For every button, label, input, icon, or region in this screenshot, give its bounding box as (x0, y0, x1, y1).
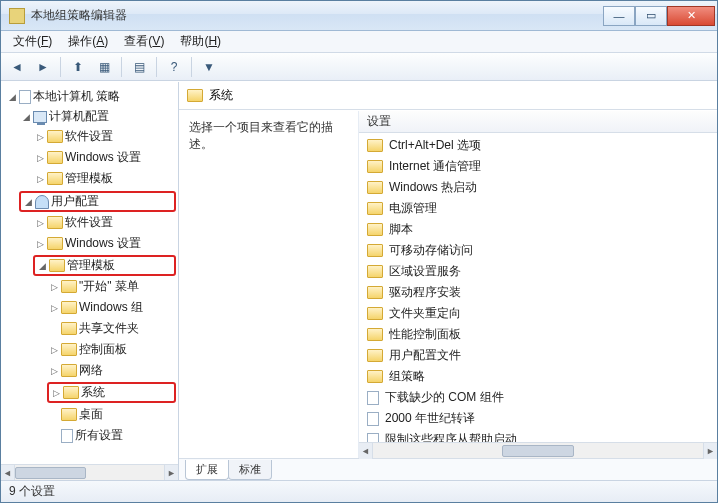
scroll-left-arrow[interactable]: ◄ (1, 465, 15, 480)
list-item-label: 2000 年世纪转译 (385, 410, 475, 427)
list-item[interactable]: Windows 热启动 (363, 177, 713, 198)
menu-view[interactable]: 查看(V) (116, 31, 172, 52)
toolbar-separator (121, 57, 122, 77)
expand-icon[interactable]: ▷ (35, 218, 45, 228)
list-item[interactable]: 性能控制面板 (363, 324, 713, 345)
expand-icon[interactable]: ▷ (51, 388, 61, 398)
folder-icon (47, 151, 63, 164)
scroll-right-arrow[interactable]: ► (703, 443, 717, 459)
maximize-button[interactable]: ▭ (635, 6, 667, 26)
collapse-icon[interactable]: ◢ (21, 112, 31, 122)
expand-icon[interactable]: ▷ (49, 345, 59, 355)
tree-item[interactable]: ▷Windows 设置 (33, 234, 176, 253)
tree-pane[interactable]: ◢ 本地计算机 策略 ◢ 计算机配置 (1, 82, 179, 480)
column-header-label: 设置 (367, 113, 391, 130)
collapse-icon[interactable]: ◢ (23, 197, 33, 207)
tree-item[interactable]: 共享文件夹 (47, 319, 176, 338)
folder-icon (49, 259, 65, 272)
tree-root[interactable]: ◢ 本地计算机 策略 (5, 87, 176, 106)
content-header: 系统 (179, 82, 717, 110)
toolbar: ◄ ► ⬆ ▦ ▤ ? ▼ (1, 53, 717, 81)
settings-list[interactable]: Ctrl+Alt+Del 选项Internet 通信管理Windows 热启动电… (359, 133, 717, 442)
expand-icon[interactable]: ▷ (35, 239, 45, 249)
list-item-label: 文件夹重定向 (389, 305, 461, 322)
minimize-button[interactable]: — (603, 6, 635, 26)
tree-item[interactable]: ▷Windows 组 (47, 298, 176, 317)
list-item[interactable]: Ctrl+Alt+Del 选项 (363, 135, 713, 156)
app-window: 本地组策略编辑器 — ▭ ✕ 文件(F) 操作(A) 查看(V) 帮助(H) ◄… (0, 0, 718, 503)
tree-user-config[interactable]: ◢ 用户配置 (19, 191, 176, 212)
tree-label: 桌面 (79, 406, 103, 423)
list-item[interactable]: 用户配置文件 (363, 345, 713, 366)
filter-button[interactable]: ▼ (197, 56, 221, 78)
tree-computer-config[interactable]: ◢ 计算机配置 (19, 107, 176, 126)
current-path: 系统 (209, 87, 233, 104)
up-button[interactable]: ⬆ (66, 56, 90, 78)
list-item-label: 下载缺少的 COM 组件 (385, 389, 504, 406)
scroll-thumb[interactable] (502, 445, 574, 457)
list-item-label: 驱动程序安装 (389, 284, 461, 301)
tab-extended[interactable]: 扩展 (185, 460, 229, 480)
tree-item[interactable]: ▷Windows 设置 (33, 148, 176, 167)
back-button[interactable]: ◄ (5, 56, 29, 78)
titlebar[interactable]: 本地组策略编辑器 — ▭ ✕ (1, 1, 717, 31)
properties-button[interactable]: ▤ (127, 56, 151, 78)
tree-item[interactable]: ▷软件设置 (33, 127, 176, 146)
list-item[interactable]: 脚本 (363, 219, 713, 240)
folder-icon (61, 280, 77, 293)
tree-hscrollbar[interactable]: ◄ ► (1, 464, 178, 480)
list-item[interactable]: 下载缺少的 COM 组件 (363, 387, 713, 408)
scroll-left-arrow[interactable]: ◄ (359, 443, 373, 459)
tab-standard[interactable]: 标准 (228, 460, 272, 480)
tree-item[interactable]: ▷软件设置 (33, 213, 176, 232)
list-item[interactable]: 电源管理 (363, 198, 713, 219)
window-title: 本地组策略编辑器 (31, 7, 603, 24)
tree-item[interactable]: 所有设置 (47, 426, 176, 445)
app-icon (9, 8, 25, 24)
expand-icon[interactable]: ▷ (49, 366, 59, 376)
tree-admin-templates[interactable]: ◢ 管理模板 (33, 255, 176, 276)
scroll-thumb[interactable] (15, 467, 86, 479)
list-item[interactable]: 限制这些程序从帮助启动 (363, 429, 713, 442)
tree-label: 用户配置 (51, 193, 99, 210)
tree-label: 所有设置 (75, 427, 123, 444)
list-item[interactable]: Internet 通信管理 (363, 156, 713, 177)
menu-action[interactable]: 操作(A) (60, 31, 116, 52)
list-item[interactable]: 可移动存储访问 (363, 240, 713, 261)
list-item[interactable]: 2000 年世纪转译 (363, 408, 713, 429)
expand-icon[interactable]: ▷ (49, 303, 59, 313)
menu-file[interactable]: 文件(F) (5, 31, 60, 52)
list-column-header[interactable]: 设置 (359, 111, 717, 133)
collapse-icon[interactable]: ◢ (37, 261, 47, 271)
tree-system[interactable]: ▷系统 (47, 382, 176, 403)
tree-item[interactable]: ▷"开始" 菜单 (47, 277, 176, 296)
show-hide-tree-button[interactable]: ▦ (92, 56, 116, 78)
list-item-label: Internet 通信管理 (389, 158, 481, 175)
list-item[interactable]: 区域设置服务 (363, 261, 713, 282)
close-button[interactable]: ✕ (667, 6, 715, 26)
list-item[interactable]: 驱动程序安装 (363, 282, 713, 303)
tree-item[interactable]: ▷管理模板 (33, 169, 176, 188)
main-body: ◢ 本地计算机 策略 ◢ 计算机配置 (1, 81, 717, 480)
list-item[interactable]: 组策略 (363, 366, 713, 387)
folder-icon (367, 328, 383, 341)
tree-item[interactable]: ▷网络 (47, 361, 176, 380)
folder-icon (61, 408, 77, 421)
tree-item[interactable]: 桌面 (47, 405, 176, 424)
folder-icon (367, 370, 383, 383)
expand-icon[interactable]: ▷ (35, 132, 45, 142)
list-item[interactable]: 文件夹重定向 (363, 303, 713, 324)
folder-icon (367, 307, 383, 320)
expand-icon[interactable]: ▷ (49, 282, 59, 292)
description-panel: 选择一个项目来查看它的描述。 (179, 111, 359, 458)
menu-help[interactable]: 帮助(H) (172, 31, 229, 52)
list-item-label: 可移动存储访问 (389, 242, 473, 259)
collapse-icon[interactable]: ◢ (7, 92, 17, 102)
tree-item[interactable]: ▷控制面板 (47, 340, 176, 359)
expand-icon[interactable]: ▷ (35, 174, 45, 184)
forward-button[interactable]: ► (31, 56, 55, 78)
expand-icon[interactable]: ▷ (35, 153, 45, 163)
scroll-right-arrow[interactable]: ► (164, 465, 178, 480)
help-button[interactable]: ? (162, 56, 186, 78)
list-hscrollbar[interactable]: ◄ ► (359, 442, 717, 458)
